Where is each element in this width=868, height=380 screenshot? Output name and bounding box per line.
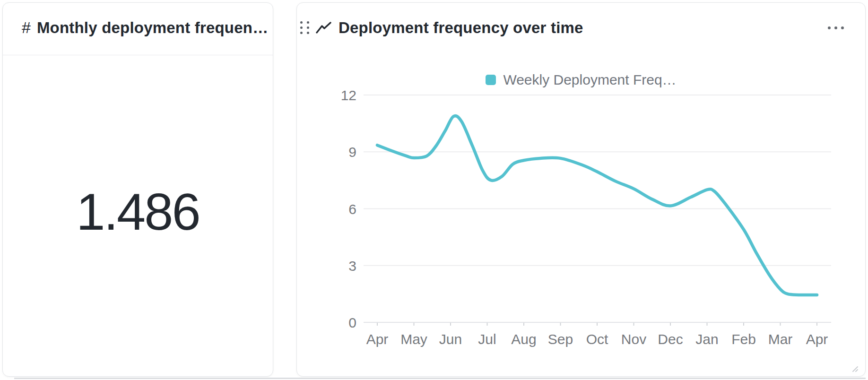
- scalar-value[interactable]: 1.486: [76, 181, 199, 242]
- x-axis-ticks: [377, 323, 817, 326]
- svg-text:3: 3: [348, 258, 356, 274]
- svg-text:Jul: Jul: [478, 331, 496, 347]
- svg-text:0: 0: [348, 315, 356, 330]
- resize-handle-icon[interactable]: [850, 364, 859, 372]
- left-card-header: # Monthly deployment frequen…: [3, 3, 273, 52]
- svg-text:Jun: Jun: [439, 331, 462, 347]
- number-icon: #: [22, 18, 31, 37]
- next-row-edge: [14, 378, 866, 379]
- svg-text:May: May: [400, 331, 427, 347]
- left-card-title: Monthly deployment frequen…: [37, 19, 268, 37]
- svg-text:Apr: Apr: [806, 331, 828, 347]
- svg-text:Jan: Jan: [695, 331, 718, 347]
- y-gridlines: [364, 95, 831, 322]
- card-monthly-deployment-frequency[interactable]: # Monthly deployment frequen… 1.486: [2, 2, 273, 377]
- svg-text:Oct: Oct: [586, 331, 608, 347]
- svg-text:Mar: Mar: [768, 331, 793, 347]
- svg-text:Feb: Feb: [731, 331, 756, 347]
- series-weekly-deployment-frequency[interactable]: [377, 116, 817, 295]
- x-axis-labels: AprMayJunJulAugSepOctNovDecJanFebMarApr: [366, 331, 828, 347]
- card-deployment-frequency-over-time[interactable]: Deployment frequency over time Weekly De…: [296, 2, 866, 377]
- scalar-area: 1.486: [3, 55, 273, 367]
- line-chart-canvas[interactable]: 036912AprMayJunJulAugSepOctNovDecJanFebM…: [297, 3, 866, 377]
- svg-text:Nov: Nov: [621, 331, 646, 347]
- y-axis-labels: 036912: [341, 87, 356, 330]
- svg-text:12: 12: [341, 87, 356, 103]
- svg-text:9: 9: [348, 144, 356, 160]
- svg-text:Aug: Aug: [511, 331, 536, 347]
- svg-text:Dec: Dec: [658, 331, 683, 347]
- dashboard: # Monthly deployment frequen… 1.486 Depl…: [0, 0, 868, 380]
- svg-text:6: 6: [348, 201, 356, 217]
- svg-text:Sep: Sep: [548, 331, 573, 347]
- svg-text:Apr: Apr: [366, 331, 389, 347]
